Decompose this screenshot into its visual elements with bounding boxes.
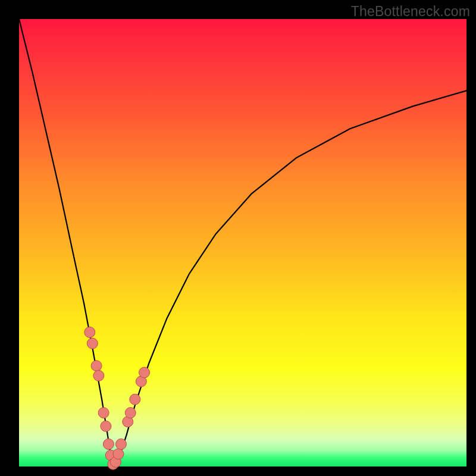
data-marker bbox=[93, 370, 104, 381]
data-marker bbox=[103, 439, 114, 449]
plot-area bbox=[19, 19, 466, 466]
data-marker bbox=[113, 449, 124, 459]
data-marker bbox=[98, 408, 109, 418]
data-marker bbox=[115, 439, 126, 449]
curve-layer bbox=[19, 19, 466, 466]
data-marker bbox=[91, 361, 102, 371]
data-marker bbox=[84, 327, 95, 337]
data-marker bbox=[130, 394, 140, 405]
data-marker bbox=[101, 421, 111, 431]
data-marker bbox=[87, 338, 98, 349]
bottleneck-curve bbox=[19, 19, 466, 465]
watermark-text: TheBottleneck.com bbox=[351, 4, 470, 20]
marker-group bbox=[84, 327, 150, 469]
data-marker bbox=[125, 408, 136, 418]
data-marker bbox=[139, 367, 150, 378]
outer-frame: TheBottleneck.com bbox=[0, 0, 476, 476]
